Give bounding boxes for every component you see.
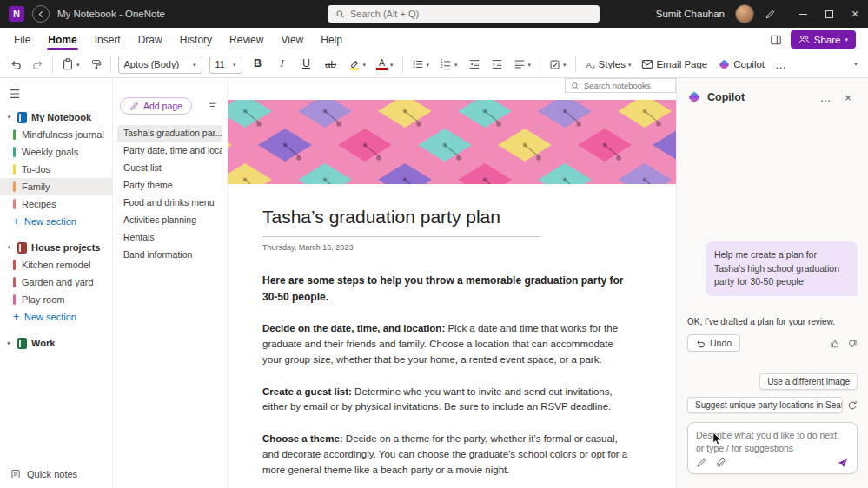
thumbs-up-icon[interactable] bbox=[830, 337, 840, 350]
page-item[interactable]: Food and drinks menu bbox=[117, 195, 222, 212]
indent-button[interactable] bbox=[489, 56, 505, 72]
copilot-icon bbox=[718, 58, 731, 71]
styles-button[interactable]: A Styles ▾ bbox=[583, 57, 633, 72]
page-item[interactable]: Activities planning bbox=[117, 212, 222, 229]
section-weekly-goals[interactable]: Weekly goals bbox=[0, 143, 112, 161]
global-search-input[interactable] bbox=[350, 9, 592, 19]
page-item[interactable]: Rentals bbox=[117, 229, 222, 247]
outdent-button[interactable] bbox=[467, 56, 482, 72]
undo-button[interactable] bbox=[9, 57, 23, 72]
ribbon-collapse-icon[interactable]: ▾ bbox=[852, 59, 859, 69]
bold-button[interactable]: B bbox=[249, 56, 267, 72]
section-mindfulness-journal[interactable]: Mindfulness journal bbox=[0, 126, 112, 143]
font-color-button[interactable]: A ▾ bbox=[374, 56, 395, 73]
strikethrough-button[interactable]: ab bbox=[322, 57, 340, 72]
redo-button[interactable] bbox=[30, 57, 45, 72]
menu-view[interactable]: View bbox=[272, 30, 312, 50]
menu-file[interactable]: File bbox=[5, 30, 39, 50]
quick-notes-button[interactable]: Quick notes bbox=[10, 469, 77, 479]
align-button[interactable]: ▾ bbox=[512, 56, 533, 72]
clipboard-icon bbox=[62, 58, 74, 70]
page-item[interactable]: Party date, time and locat... bbox=[117, 142, 222, 160]
section-garden-and-yard[interactable]: Garden and yard bbox=[0, 274, 112, 291]
side-pane-icon[interactable] bbox=[770, 33, 782, 46]
page-item[interactable]: Guest list bbox=[117, 160, 222, 177]
menu-review[interactable]: Review bbox=[221, 30, 272, 50]
use-different-image-button[interactable]: Use a different image bbox=[759, 373, 858, 390]
section-to-dos[interactable]: To-dos bbox=[0, 161, 112, 178]
undo-button[interactable]: Undo bbox=[687, 334, 740, 352]
back-button[interactable] bbox=[32, 5, 50, 23]
envelope-icon bbox=[641, 58, 653, 70]
menu-insert[interactable]: Insert bbox=[86, 30, 129, 50]
minimize-button[interactable] bbox=[790, 0, 816, 28]
menu-home[interactable]: Home bbox=[39, 30, 85, 50]
page-item[interactable]: Band information bbox=[117, 247, 222, 264]
document-body[interactable]: Tasha’s graduation party plan Thursday, … bbox=[228, 207, 676, 488]
menu-bar: File Home Insert Draw History Review Vie… bbox=[0, 28, 868, 51]
paragraph[interactable]: Create a guest list: Determine who you w… bbox=[262, 385, 634, 416]
hamburger-menu-icon[interactable] bbox=[9, 87, 21, 100]
menu-draw[interactable]: Draw bbox=[129, 30, 171, 50]
notebook-my-notebook[interactable]: ▾ My Notebook bbox=[0, 109, 112, 126]
section-name: Weekly goals bbox=[22, 147, 78, 157]
copilot-more-icon[interactable]: … bbox=[816, 89, 835, 106]
share-button[interactable]: Share ▾ bbox=[791, 30, 856, 49]
notebook-search-input[interactable] bbox=[584, 81, 670, 90]
paragraph[interactable]: Decide on the date, time, and location: … bbox=[262, 321, 634, 367]
copilot-close-icon[interactable]: × bbox=[838, 89, 858, 106]
new-section-button[interactable]: + New section bbox=[0, 308, 112, 326]
refresh-icon[interactable] bbox=[847, 399, 858, 412]
avatar[interactable] bbox=[735, 4, 754, 23]
section-kitchen-remodel[interactable]: Kitchen remodel bbox=[0, 256, 112, 274]
sort-icon[interactable] bbox=[207, 100, 218, 113]
send-icon[interactable] bbox=[837, 456, 849, 469]
intro-paragraph[interactable]: Here are some steps to help you throw a … bbox=[262, 273, 632, 305]
plus-icon: + bbox=[13, 216, 19, 227]
paragraph[interactable]: Choose a theme: Decide on a theme for th… bbox=[262, 432, 634, 478]
italic-button[interactable]: I bbox=[274, 56, 291, 72]
notebook-house-projects[interactable]: ▾ House projects bbox=[0, 239, 112, 256]
format-painter-button[interactable] bbox=[89, 57, 103, 72]
menu-history[interactable]: History bbox=[171, 30, 221, 50]
copilot-input-box[interactable] bbox=[687, 422, 858, 474]
thumbs-down-icon[interactable] bbox=[847, 337, 858, 350]
page-canvas[interactable]: Tasha’s graduation party plan Thursday, … bbox=[228, 78, 676, 488]
more-options-button[interactable]: … bbox=[773, 56, 788, 73]
page-item[interactable]: Tasha’s graduation par... bbox=[117, 125, 222, 142]
page-date: Thursday, March 16, 2023 bbox=[262, 243, 641, 252]
redo-icon bbox=[32, 59, 43, 70]
suggestion-chip[interactable]: Suggest unique party locations in Seattl… bbox=[687, 397, 843, 413]
outdent-icon bbox=[468, 58, 480, 70]
section-family[interactable]: Family bbox=[0, 178, 112, 195]
pen-icon[interactable] bbox=[765, 8, 776, 21]
paste-button[interactable]: ▾ bbox=[60, 56, 82, 72]
numbering-button[interactable]: 12 ▾ bbox=[438, 56, 460, 72]
page-title[interactable]: Tasha’s graduation party plan bbox=[262, 207, 641, 228]
notebook-work[interactable]: ▸ Work bbox=[0, 334, 112, 352]
close-button[interactable]: × bbox=[842, 0, 868, 28]
global-search-box[interactable] bbox=[328, 5, 600, 23]
font-size-select[interactable]: 11 ▾ bbox=[209, 56, 242, 74]
todo-tag-button[interactable]: ▾ bbox=[547, 57, 568, 72]
attach-icon[interactable] bbox=[715, 456, 726, 469]
section-play-room[interactable]: Play room bbox=[0, 291, 112, 308]
svg-text:2: 2 bbox=[441, 64, 443, 69]
notebook-search-box[interactable] bbox=[565, 78, 676, 93]
new-section-button[interactable]: + New section bbox=[0, 213, 112, 230]
section-recipes[interactable]: Recipes bbox=[0, 195, 112, 213]
copilot-input[interactable] bbox=[696, 429, 849, 456]
email-page-button[interactable]: Email Page bbox=[639, 56, 709, 72]
maximize-button[interactable] bbox=[816, 0, 842, 28]
section-name: Family bbox=[22, 181, 50, 192]
pen-icon[interactable] bbox=[696, 456, 706, 469]
bullets-button[interactable]: ▾ bbox=[410, 56, 432, 72]
font-name-select[interactable]: Aptos (Body) ▾ bbox=[118, 56, 202, 74]
add-page-button[interactable]: Add page bbox=[120, 97, 192, 115]
page-item[interactable]: Party theme bbox=[117, 177, 222, 195]
highlighter-button[interactable]: ▾ bbox=[347, 56, 368, 72]
chevron-down-icon: ▾ bbox=[5, 114, 13, 121]
underline-button[interactable]: U bbox=[298, 56, 315, 72]
menu-help[interactable]: Help bbox=[312, 30, 351, 50]
copilot-button[interactable]: Copilot bbox=[716, 56, 766, 73]
